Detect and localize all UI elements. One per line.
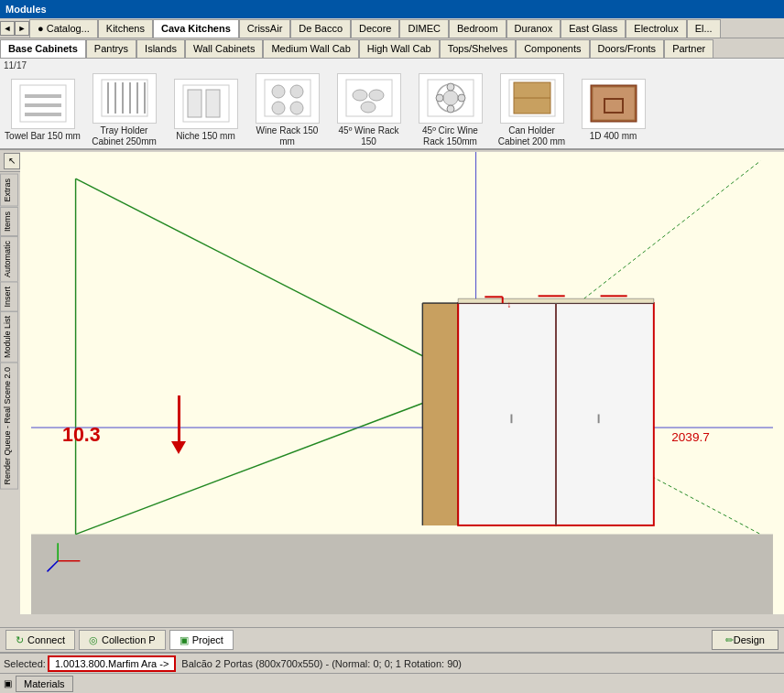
svg-marker-37 <box>31 535 773 614</box>
module-tray-holder[interactable]: Tray Holder Cabinet 250mm <box>85 73 163 147</box>
connect-label: Connect <box>27 634 65 645</box>
cat-base-cabinets[interactable]: Base Cabinets <box>0 39 86 58</box>
scroll-left[interactable]: ◄ <box>0 21 15 36</box>
materials-icon: ▣ <box>4 678 12 688</box>
status-description: Balcão 2 Portas (800x700x550) - (Normal:… <box>181 658 462 669</box>
svg-point-16 <box>290 85 303 98</box>
sidebar-module-list[interactable]: Module List <box>0 311 18 363</box>
svg-point-28 <box>436 94 443 102</box>
tab-kitchens[interactable]: Kitchens <box>98 19 153 38</box>
svg-point-20 <box>353 90 367 101</box>
svg-point-17 <box>272 102 285 114</box>
module-thumb-wine-rack <box>256 73 320 124</box>
vertical-sidebar: Extras Items Automatic Insert Module Lis… <box>0 174 18 490</box>
svg-text:2039.7: 2039.7 <box>671 430 710 444</box>
module-label-1d400: 1D 400 mm <box>590 131 637 142</box>
cat-doors-fronts[interactable]: Doors/Fronts <box>590 39 665 58</box>
scroll-right[interactable]: ► <box>15 21 29 36</box>
project-label: Project <box>192 634 223 645</box>
svg-point-29 <box>458 94 465 102</box>
module-towel-bar[interactable]: Towel Bar 150 mm <box>4 79 82 142</box>
cat-medium-wall[interactable]: Medium Wall Cab <box>263 39 358 58</box>
module-niche[interactable]: Niche 150 mm <box>167 79 245 142</box>
design-button[interactable]: ✏ Design <box>712 630 779 650</box>
tab-de-bacco[interactable]: De Bacco <box>290 19 351 38</box>
svg-marker-45 <box>422 303 458 525</box>
app-tab-bar: ◄ ► ● Catalog... Kitchens Cava Kitchens … <box>0 18 784 38</box>
tab-decore[interactable]: Decore <box>351 19 399 38</box>
module-thumb-niche <box>174 79 238 129</box>
sidebar-items[interactable]: Items <box>0 207 18 236</box>
svg-rect-2 <box>25 103 61 107</box>
svg-point-15 <box>272 85 285 98</box>
module-wine-rack[interactable]: Wine Rack 150 mm <box>248 73 326 147</box>
sidebar-extras[interactable]: Extras <box>0 174 18 207</box>
sidebar-automatic[interactable]: Automatic <box>0 236 18 282</box>
module-label-tray-holder: Tray Holder Cabinet 250mm <box>85 125 163 147</box>
tab-more[interactable]: El... <box>687 19 721 38</box>
tab-duranox[interactable]: Duranox <box>506 19 561 38</box>
viewport: ↓ 10.3 2039.7 <box>20 152 784 614</box>
selected-value[interactable]: 1.0013.800.Marfim Ara -> <box>48 655 176 672</box>
module-wine-rack-45[interactable]: 45º Wine Rack 150 <box>330 73 408 147</box>
red-arrow-indicator <box>171 395 186 454</box>
modules-counter: 11/17 <box>4 60 27 70</box>
cat-high-wall[interactable]: High Wall Cab <box>359 39 440 58</box>
sidebar-render-queue[interactable]: Render Queue - Real Scene 2.0 <box>0 363 18 490</box>
module-label-towel-bar: Towel Bar 150 mm <box>5 131 81 142</box>
module-circ-wine-rack[interactable]: 45º Circ Wine Rack 150mm <box>411 73 489 147</box>
svg-point-21 <box>369 90 384 101</box>
tab-dimec[interactable]: DIMEC <box>399 19 448 38</box>
svg-rect-49 <box>458 303 556 525</box>
module-thumb-1d400 <box>582 79 646 129</box>
svg-rect-50 <box>556 303 654 525</box>
svg-rect-12 <box>188 90 201 117</box>
svg-text:↓: ↓ <box>507 299 512 309</box>
cat-tops-shelves[interactable]: Tops/Shelves <box>440 39 516 58</box>
collection-label: Collection P <box>102 634 156 645</box>
tab-connect[interactable]: ↻ Connect <box>5 630 75 650</box>
module-thumb-towel-bar <box>11 79 75 129</box>
tab-crissair[interactable]: CrissAir <box>239 19 291 38</box>
modules-panel: 11/17 Towel Bar 150 mm <box>0 59 784 150</box>
cat-pantrys[interactable]: Pantrys <box>86 39 136 58</box>
tab-project[interactable]: ▣ Project <box>169 630 234 650</box>
tab-collection[interactable]: ◎ Collection P <box>79 630 166 650</box>
connect-icon: ↻ <box>16 634 24 646</box>
tab-catalog[interactable]: ● Catalog... <box>29 19 98 38</box>
module-label-wine-rack: Wine Rack 150 mm <box>248 125 326 147</box>
module-label-circ-wine-rack: 45º Circ Wine Rack 150mm <box>411 125 489 147</box>
svg-rect-1 <box>25 94 61 98</box>
svg-point-26 <box>447 83 454 91</box>
sidebar-insert[interactable]: Insert <box>0 282 18 312</box>
tab-bedroom[interactable]: Bedroom <box>449 19 506 38</box>
module-label-wine-rack-45: 45º Wine Rack 150 <box>330 125 408 147</box>
module-thumb-circ-wine-rack <box>419 73 483 124</box>
category-tab-bar: Base Cabinets Pantrys Islands Wall Cabin… <box>0 38 784 59</box>
svg-rect-14 <box>265 80 310 116</box>
modules-scroll: Towel Bar 150 mm Tray Holder Cabinet 250… <box>0 59 656 148</box>
materials-tab[interactable]: Materials <box>16 676 73 692</box>
tab-east-glass[interactable]: East Glass <box>561 19 626 38</box>
module-label-can-holder: Can Holder Cabinet 200 mm <box>493 125 571 147</box>
viewport-svg: ↓ 10.3 2039.7 <box>20 152 784 614</box>
status-bar: Selected: 1.0013.800.Marfim Ara -> Balcã… <box>0 653 784 673</box>
design-icon: ✏ <box>725 634 734 646</box>
module-thumb-tray-holder <box>93 73 157 124</box>
cat-islands[interactable]: Islands <box>136 39 185 58</box>
svg-rect-13 <box>206 90 220 117</box>
tab-electrolux[interactable]: Electrolux <box>626 19 686 38</box>
collection-icon: ◎ <box>89 634 98 646</box>
module-1d400[interactable]: 1D 400 mm <box>574 79 652 142</box>
svg-point-27 <box>447 105 454 113</box>
module-can-holder[interactable]: Can Holder Cabinet 200 mm <box>493 73 571 147</box>
cat-wall-cabinets[interactable]: Wall Cabinets <box>185 39 263 58</box>
cat-components[interactable]: Components <box>516 39 589 58</box>
tab-cava-kitchens[interactable]: Cava Kitchens <box>153 19 239 38</box>
bottom-toolbar: ↻ Connect ◎ Collection P ▣ Project ✏ Des… <box>0 627 784 653</box>
selected-label: Selected: <box>4 658 46 669</box>
svg-rect-3 <box>25 113 61 116</box>
tool-move[interactable]: ↖ <box>4 153 20 169</box>
svg-rect-34 <box>593 87 635 120</box>
cat-partner[interactable]: Partner <box>664 39 713 58</box>
